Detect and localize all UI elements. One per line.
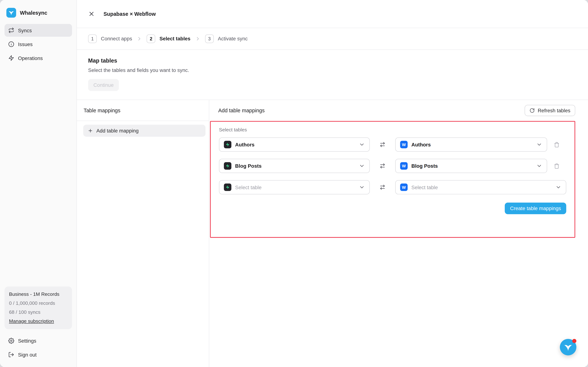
plan-records: 0 / 1,000,000 records — [9, 300, 68, 306]
step-connect-apps[interactable]: 1 Connect apps — [88, 34, 132, 43]
section-title: Map tables — [88, 57, 577, 64]
trash-slot — [547, 142, 566, 147]
stage: Whalesync Syncs Issues — [0, 0, 588, 367]
webflow-icon: W — [400, 162, 408, 170]
create-table-mappings-button[interactable]: Create table mappings — [505, 203, 566, 214]
issues-icon — [8, 41, 14, 47]
table-mappings-title: Table mappings — [77, 100, 209, 121]
refresh-tables-button[interactable]: Refresh tables — [525, 105, 575, 116]
supabase-icon — [224, 184, 231, 191]
sidebar-item-label: Syncs — [18, 27, 32, 33]
chevron-right-icon — [137, 36, 142, 42]
sidebar-item-label: Sign out — [18, 352, 36, 358]
manage-subscription-link[interactable]: Manage subscription — [9, 318, 68, 324]
sidebar-footer: Settings Sign out — [0, 333, 77, 367]
whalesync-chat-icon — [563, 342, 572, 351]
sidebar-item-label: Settings — [18, 338, 36, 344]
target-table-select[interactable]: W Authors — [395, 137, 547, 152]
sync-icon — [8, 27, 14, 33]
table-mappings-panel: Table mappings Add table mapping — [77, 100, 209, 367]
webflow-icon: W — [400, 184, 408, 191]
swap-direction-icon[interactable] — [370, 142, 395, 148]
main-panel: Supabase × Webflow 1 Connect apps 2 Sele… — [77, 0, 588, 367]
source-table-value: Authors — [235, 142, 255, 147]
map-tables-section: Map tables Select the tables and fields … — [77, 50, 588, 100]
add-table-mapping-button[interactable]: Add table mapping — [83, 125, 205, 137]
supabase-icon — [224, 141, 231, 148]
target-table-value: Authors — [411, 142, 431, 147]
sidebar-item-sign-out[interactable]: Sign out — [4, 348, 72, 361]
create-row: Create table mappings — [219, 203, 566, 214]
brand-name: Whalesync — [20, 10, 47, 16]
operations-icon — [8, 55, 14, 61]
add-table-mappings-header: Add table mappings Refresh tables — [210, 100, 575, 121]
sidebar-item-syncs[interactable]: Syncs — [4, 24, 72, 37]
step-select-tables[interactable]: 2 Select tables — [147, 34, 190, 43]
swap-direction-icon[interactable] — [370, 163, 395, 169]
app-window: Whalesync Syncs Issues — [0, 0, 588, 367]
step-label: Activate sync — [218, 36, 248, 42]
step-number-badge: 2 — [147, 34, 156, 43]
table-mapping-row: Blog Posts W Blog Posts — [219, 159, 566, 173]
add-table-mapping-label: Add table mapping — [96, 128, 138, 133]
highlight-annotation-box: Select tables Authors — [210, 121, 575, 238]
plan-card: Business - 1M Records 0 / 1,000,000 reco… — [4, 286, 72, 329]
sidebar-item-operations[interactable]: Operations — [4, 52, 72, 64]
sidebar: Whalesync Syncs Issues — [0, 0, 77, 367]
continue-button[interactable]: Continue — [88, 79, 119, 91]
chevron-down-icon — [555, 184, 561, 190]
plan-title: Business - 1M Records — [9, 292, 68, 297]
trash-slot — [547, 163, 566, 169]
refresh-tables-label: Refresh tables — [538, 108, 570, 113]
sidebar-item-settings[interactable]: Settings — [4, 334, 72, 347]
step-label: Connect apps — [101, 36, 132, 42]
plan-syncs: 68 / 100 syncs — [9, 309, 68, 315]
table-mapping-row: Authors W Authors — [219, 137, 566, 152]
delete-mapping-button[interactable] — [554, 163, 560, 169]
sidebar-item-issues[interactable]: Issues — [4, 38, 72, 50]
chevron-down-icon — [359, 142, 365, 148]
step-label: Select tables — [159, 36, 190, 42]
source-table-select[interactable]: Authors — [219, 137, 370, 152]
whalesync-logo-icon — [6, 8, 16, 18]
add-table-mappings-panel: Add table mappings Refresh tables Select… — [209, 100, 588, 367]
step-activate-sync[interactable]: 3 Activate sync — [205, 34, 248, 43]
sidebar-nav: Syncs Issues Operations — [0, 24, 77, 64]
refresh-icon — [530, 108, 535, 113]
select-tables-label: Select tables — [219, 127, 566, 133]
section-subtitle: Select the tables and fields you want to… — [88, 67, 577, 73]
step-number-badge: 1 — [88, 34, 97, 43]
delete-mapping-button[interactable] — [554, 142, 560, 147]
notification-dot — [572, 339, 576, 343]
stepper: 1 Connect apps 2 Select tables 3 Activat… — [77, 28, 588, 50]
page-title: Supabase × Webflow — [104, 11, 156, 17]
target-table-placeholder: Select table — [411, 184, 438, 190]
chevron-right-icon — [195, 36, 201, 42]
source-table-placeholder: Select table — [235, 184, 262, 190]
swap-direction-icon[interactable] — [370, 184, 395, 190]
target-table-select[interactable]: W Blog Posts — [395, 159, 547, 173]
step-number-badge: 3 — [205, 34, 214, 43]
chevron-down-icon — [536, 142, 542, 148]
source-table-select[interactable]: Select table — [219, 180, 370, 194]
content-columns: Table mappings Add table mapping Add tab… — [77, 100, 588, 367]
table-mapping-row: Select table W Select table — [219, 180, 566, 194]
target-table-select[interactable]: W Select table — [395, 180, 566, 194]
webflow-icon: W — [400, 141, 408, 148]
source-table-value: Blog Posts — [235, 163, 262, 169]
chevron-down-icon — [536, 163, 542, 169]
sidebar-spacer — [0, 64, 77, 286]
chevron-down-icon — [359, 163, 365, 169]
sidebar-item-label: Operations — [18, 55, 43, 61]
gear-icon — [8, 338, 14, 344]
brand-row: Whalesync — [0, 0, 77, 24]
plus-icon — [88, 128, 93, 133]
source-table-select[interactable]: Blog Posts — [219, 159, 370, 173]
add-table-mappings-title: Add table mappings — [218, 108, 265, 114]
close-icon[interactable] — [88, 10, 95, 17]
chat-widget-button[interactable] — [560, 339, 576, 355]
sidebar-item-label: Issues — [18, 42, 33, 47]
chevron-down-icon — [359, 184, 365, 190]
topbar: Supabase × Webflow — [77, 0, 588, 28]
supabase-icon — [224, 162, 231, 170]
